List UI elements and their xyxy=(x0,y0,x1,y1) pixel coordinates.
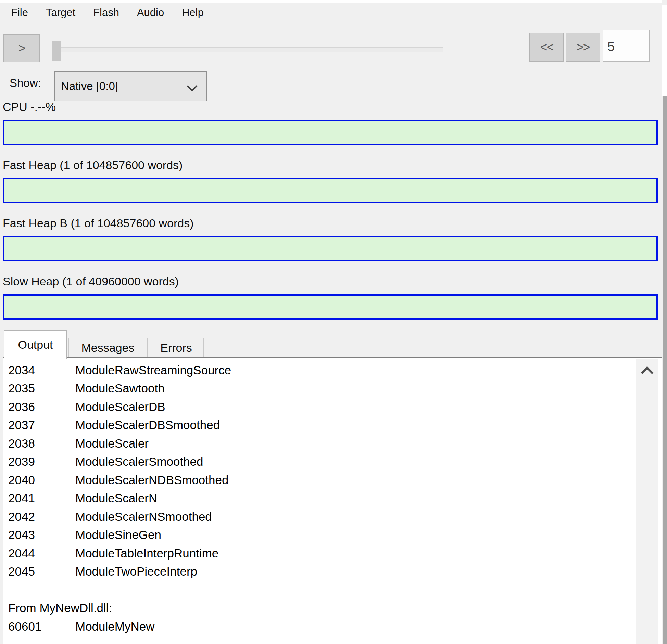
module-id: 2040 xyxy=(8,473,75,487)
module-name: ModuleScalerDBSmoothed xyxy=(75,418,220,432)
module-id: 2037 xyxy=(8,418,75,432)
menu-file[interactable]: File xyxy=(2,5,37,20)
output-line: 2044 ModuleTableInterpRuntime xyxy=(3,544,662,563)
show-dropdown[interactable]: Native [0:0] xyxy=(54,71,207,101)
menu-audio[interactable]: Audio xyxy=(128,5,173,20)
module-name: ModuleScalerNSmoothed xyxy=(75,510,212,524)
double-chevron-right-icon: >> xyxy=(576,40,589,54)
play-icon: > xyxy=(18,41,25,55)
double-chevron-left-icon: << xyxy=(540,40,553,54)
module-id: 2045 xyxy=(8,565,75,578)
show-dropdown-value: Native [0:0] xyxy=(61,80,118,93)
module-id: 2035 xyxy=(8,382,75,395)
step-back-button[interactable]: << xyxy=(529,33,564,62)
module-id: 60601 xyxy=(8,620,75,633)
output-console[interactable]: 2034 ModuleRawStreamingSource 2035 Modul… xyxy=(3,357,662,644)
module-name: ModuleMyNew xyxy=(75,620,154,633)
fast-heap-b-meter-bar xyxy=(3,236,658,261)
tab-messages[interactable]: Messages xyxy=(68,338,148,358)
output-line: 2039 ModuleScalerSmoothed xyxy=(3,453,662,471)
fast-heap-meter-bar xyxy=(3,178,658,203)
module-name: ModuleSawtooth xyxy=(75,382,165,395)
output-line: 2038 ModuleScaler xyxy=(3,434,662,453)
window-top-edge xyxy=(0,0,667,3)
fast-heap-meter-label: Fast Heap (1 of 104857600 words) xyxy=(3,158,183,172)
output-line xyxy=(3,581,662,599)
module-name: ModuleScaler xyxy=(75,437,149,450)
step-forward-button[interactable]: >> xyxy=(566,33,600,62)
module-id: 2036 xyxy=(8,400,75,414)
show-label: Show: xyxy=(10,77,41,90)
chevron-down-icon xyxy=(187,81,197,91)
position-slider-thumb[interactable] xyxy=(52,41,61,61)
module-name: ModuleScalerN xyxy=(75,491,157,505)
output-line: 2035 ModuleSawtooth xyxy=(3,379,662,398)
cpu-meter-bar xyxy=(3,120,658,145)
module-name: ModuleScalerSmoothed xyxy=(75,455,203,468)
chevron-up-icon xyxy=(641,366,654,379)
menu-help[interactable]: Help xyxy=(173,5,213,20)
module-name: ModuleScalerDB xyxy=(75,400,165,414)
window-scrollbar-thumb[interactable] xyxy=(663,96,667,644)
output-line: 2043 ModuleSineGen xyxy=(3,526,662,544)
fast-heap-b-meter-label: Fast Heap B (1 of 104857600 words) xyxy=(3,217,194,230)
menu-target[interactable]: Target xyxy=(37,5,84,20)
position-slider-track[interactable] xyxy=(52,47,443,52)
output-line: 2037 ModuleScalerDBSmoothed xyxy=(3,416,662,435)
module-name: ModuleTwoPieceInterp xyxy=(75,565,197,578)
module-id: 2044 xyxy=(8,546,75,560)
tab-output[interactable]: Output xyxy=(4,330,67,359)
output-line: 2036 ModuleScalerDB xyxy=(3,398,662,416)
tab-errors[interactable]: Errors xyxy=(149,338,204,358)
module-name: ModuleTableInterpRuntime xyxy=(75,546,218,560)
module-id: 2042 xyxy=(8,510,75,524)
module-id: 2038 xyxy=(8,437,75,450)
module-id: 2039 xyxy=(8,455,75,468)
menu-bar: File Target Flash Audio Help xyxy=(0,3,653,23)
module-id: 2034 xyxy=(8,363,75,377)
output-line: 2041 ModuleScalerN xyxy=(3,489,662,508)
module-name: ModuleRawStreamingSource xyxy=(75,363,231,377)
output-line: 2045 ModuleTwoPieceInterp xyxy=(3,563,662,581)
output-line: 2042 ModuleScalerNSmoothed xyxy=(3,507,662,526)
output-line: 60601 ModuleMyNew xyxy=(3,617,662,636)
window-scrollbar-gap xyxy=(662,5,667,96)
output-lines: 2034 ModuleRawStreamingSource 2035 Modul… xyxy=(3,358,662,636)
cpu-meter-label: CPU -.--% xyxy=(3,100,56,114)
slow-heap-meter-bar xyxy=(3,294,658,320)
output-line: From MyNewDll.dll: xyxy=(3,599,662,618)
scroll-up-button[interactable] xyxy=(636,359,658,382)
slow-heap-meter-label: Slow Heap (1 of 40960000 words) xyxy=(3,275,179,288)
module-id: From MyNewDll.dll: xyxy=(8,601,112,615)
counter-input[interactable] xyxy=(603,30,650,62)
module-id: 2041 xyxy=(8,491,75,505)
module-name: ModuleSineGen xyxy=(75,528,161,542)
output-scrollbar[interactable] xyxy=(636,359,658,644)
output-line: 2034 ModuleRawStreamingSource xyxy=(3,361,662,379)
output-line: 2040 ModuleScalerNDBSmoothed xyxy=(3,471,662,489)
module-id: 2043 xyxy=(8,528,75,542)
menu-flash[interactable]: Flash xyxy=(84,5,128,20)
module-name: ModuleScalerNDBSmoothed xyxy=(75,473,228,487)
play-button[interactable]: > xyxy=(3,34,40,62)
